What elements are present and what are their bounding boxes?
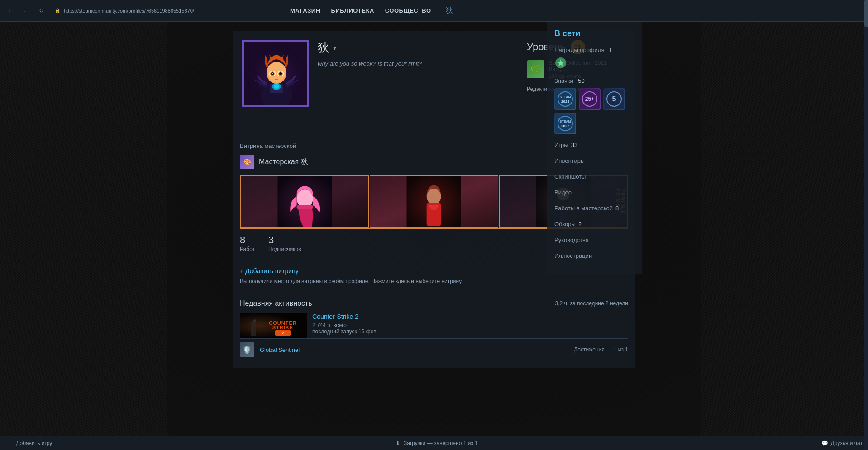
username-dropdown[interactable]: ▾ <box>333 44 336 52</box>
game-banner[interactable]: COUNTER STRIKE 2 <box>240 313 307 338</box>
badges-row: STEAM 2023 25+ <box>554 88 635 134</box>
workshop-link[interactable]: Работы в мастерской8 <box>554 203 635 213</box>
scrollbar[interactable] <box>864 0 868 450</box>
badges-section: Значки 50 STEAM 2023 <box>554 76 635 134</box>
badge-icon: 🌿 <box>527 60 544 78</box>
workshop-works-count: 8 <box>240 234 255 246</box>
recent-activity-section: Недавняя активность 3,2 ч. за последние … <box>233 292 635 368</box>
activity-time: 3,2 ч. за последние 2 недели <box>555 300 628 307</box>
svg-point-13 <box>271 72 274 75</box>
workshop-works-stat: 8 Работ <box>240 234 255 252</box>
inventory-link[interactable]: Инвентарь <box>554 156 635 166</box>
badge-2023[interactable]: STEAM 2023 <box>554 88 576 110</box>
svg-text:STEAM: STEAM <box>560 95 571 99</box>
badge-5[interactable]: 5 <box>603 88 625 110</box>
workshop-works-label: Работ <box>240 246 255 252</box>
nav-forward-button[interactable]: → <box>18 5 28 16</box>
nav-url-text: https://steamcommunity.com/profiles/7656… <box>64 8 194 14</box>
svg-point-20 <box>297 189 313 208</box>
username-text: 狄 <box>318 40 329 56</box>
page-wrapper: 狄 ▾ why are you so weak? Is that your li… <box>0 22 868 390</box>
game-info: Counter-Strike 2 2 744 ч. всего последни… <box>312 313 628 335</box>
workshop-subscribers-label: Подписчиков <box>268 246 301 252</box>
add-game-icon: + <box>5 440 9 446</box>
friends-chat-label: Друзья и чат <box>831 440 863 446</box>
lock-icon: 🔒 <box>55 8 60 13</box>
achievement-label: Достижения <box>574 346 605 353</box>
videos-link[interactable]: Видео <box>554 187 635 198</box>
nav-community[interactable]: СООБЩЕСТВО <box>385 5 431 16</box>
download-status-text: Загрузки — завершено 1 из 1 <box>404 440 478 446</box>
nav-reload-button[interactable]: ↻ <box>37 5 46 16</box>
bottom-bar: + + Добавить игру ⬇ Загрузки — завершено… <box>0 436 868 450</box>
screenshots-link-section: Скриншоты <box>554 171 635 182</box>
game-last-played: последний запуск 16 фев <box>312 328 628 335</box>
achievement-row: 🛡️ Global Sentinel Достижения 1 из 1 <box>240 338 628 360</box>
workshop-avatar-icon: 🎨 <box>240 155 254 169</box>
reward-icon <box>554 57 567 69</box>
guides-link-section: Руководства <box>554 235 635 245</box>
workshop-link-section: Работы в мастерской8 <box>554 203 635 213</box>
friends-chat-button[interactable]: 💬 Друзья и чат <box>821 440 863 446</box>
scroll-thumb[interactable] <box>864 0 868 27</box>
avatar-image <box>243 41 309 107</box>
svg-text:STEAM: STEAM <box>560 120 571 123</box>
profile-rewards-section: Награды профиля 1 <box>554 46 635 71</box>
svg-rect-21 <box>297 205 313 209</box>
nav-library[interactable]: БИБЛИОТЕКА <box>331 5 374 16</box>
nav-back-button[interactable]: ← <box>5 5 15 16</box>
guides-link[interactable]: Руководства <box>554 235 635 245</box>
nav-arrows: ← → <box>5 5 28 16</box>
workshop-image-2[interactable] <box>370 175 498 228</box>
nav-menu: МАГАЗИН БИБЛИОТЕКА СООБЩЕСТВО 狄 <box>290 5 453 16</box>
svg-point-14 <box>279 72 282 75</box>
game-entry: COUNTER STRIKE 2 Counter-Strike 2 2 744 … <box>240 313 628 338</box>
nav-store[interactable]: МАГАЗИН <box>290 5 320 16</box>
games-link-section: Игры33 <box>554 140 635 150</box>
badges-label: Значки <box>554 77 573 84</box>
badge-25plus[interactable]: 25+ <box>579 88 601 110</box>
svg-text:2022: 2022 <box>561 124 569 128</box>
nav-url-bar: 🔒 https://steamcommunity.com/profiles/76… <box>55 8 281 14</box>
achievement-icon: 🛡️ <box>240 342 254 357</box>
svg-point-15 <box>272 73 273 74</box>
achievement-progress: 1 из 1 <box>614 346 628 353</box>
svg-point-6 <box>274 84 279 89</box>
download-status[interactable]: ⬇ Загрузки — завершено 1 из 1 <box>52 440 821 446</box>
workshop-title[interactable]: Мастерская 狄 <box>259 157 308 167</box>
activity-title: Недавняя активность <box>240 299 312 308</box>
download-icon: ⬇ <box>396 440 400 446</box>
svg-text:STRIKE: STRIKE <box>272 325 293 330</box>
reviews-link-section: Обзоры2 <box>554 219 635 229</box>
profile-avatar <box>242 40 309 107</box>
right-sidebar: В сети Награды профиля 1 Значки 50 <box>547 22 642 274</box>
reviews-link[interactable]: Обзоры2 <box>554 219 635 229</box>
game-hours-total: 2 744 ч. всего <box>312 322 628 328</box>
workshop-image-1[interactable] <box>241 175 369 228</box>
achievement-name[interactable]: Global Sentinel <box>260 346 568 353</box>
screenshots-link[interactable]: Скриншоты <box>554 171 635 182</box>
nav-user-icon[interactable]: 狄 <box>446 6 453 15</box>
svg-text:5: 5 <box>612 95 616 103</box>
svg-point-16 <box>281 73 281 74</box>
illustrations-link[interactable]: Иллюстрации <box>554 251 635 261</box>
content-area: 狄 ▾ why are you so weak? Is that your li… <box>0 22 868 390</box>
profile-rewards-count: 1 <box>609 47 612 53</box>
profile-info: 狄 ▾ why are you so weak? Is that your li… <box>318 40 518 126</box>
add-game-button[interactable]: + + Добавить игру <box>5 440 52 446</box>
svg-text:2: 2 <box>282 331 284 335</box>
profile-status: why are you so weak? Is that your limit? <box>318 60 518 67</box>
nav-bar: ← → ↻ 🔒 https://steamcommunity.com/profi… <box>0 0 868 22</box>
profile-username: 狄 ▾ <box>318 40 518 56</box>
games-link[interactable]: Игры33 <box>554 140 635 150</box>
badge-2022[interactable]: STEAM 2022 <box>554 113 576 134</box>
game-name[interactable]: Counter-Strike 2 <box>312 313 628 320</box>
add-showcase-description: Вы получили место для витрины в своём пр… <box>240 278 628 284</box>
badges-count: 50 <box>578 77 584 84</box>
profile-rewards-label: Награды профиля <box>554 47 604 53</box>
workshop-subscribers-stat: 3 Подписчиков <box>268 234 301 252</box>
inventory-link-section: Инвентарь <box>554 156 635 166</box>
svg-point-27 <box>430 205 438 210</box>
illustrations-link-section: Иллюстрации <box>554 251 635 261</box>
add-game-label: + Добавить игру <box>11 440 52 446</box>
